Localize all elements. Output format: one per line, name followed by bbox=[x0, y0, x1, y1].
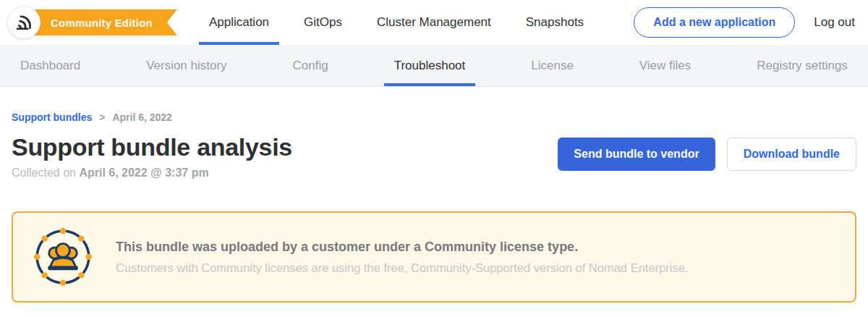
tab-gitops[interactable]: GitOps bbox=[302, 0, 344, 45]
add-new-application-button[interactable]: Add a new application bbox=[634, 7, 795, 38]
community-people-icon bbox=[32, 226, 94, 288]
breadcrumb-current: April 6, 2022 bbox=[112, 111, 172, 123]
page-header-row: Support bundle analysis Collected on Apr… bbox=[12, 133, 856, 179]
replicated-logo-glyph bbox=[13, 12, 35, 33]
subnav-dashboard-label: Dashboard bbox=[20, 59, 80, 73]
collected-on-text: Collected on April 6, 2022 @ 3:37 pm bbox=[12, 166, 292, 179]
community-license-notice: This bundle was uploaded by a customer u… bbox=[12, 211, 856, 303]
page-title: Support bundle analysis bbox=[12, 133, 292, 161]
page-header-text: Support bundle analysis Collected on Apr… bbox=[12, 133, 292, 179]
app-subnav: Dashboard Version history Config Trouble… bbox=[0, 45, 868, 87]
collected-date: April 6, 2022 @ 3:37 pm bbox=[79, 166, 208, 179]
subnav-item-view-files[interactable]: View files bbox=[635, 45, 696, 86]
breadcrumb-separator: > bbox=[99, 111, 105, 123]
community-edition-badge: Community Edition bbox=[27, 9, 177, 35]
notice-text: This bundle was uploaded by a customer u… bbox=[116, 240, 688, 275]
tab-application[interactable]: Application bbox=[208, 0, 271, 45]
top-right-actions: Add a new application Log out bbox=[634, 7, 855, 38]
subnav-config-label: Config bbox=[293, 59, 328, 73]
bundle-actions: Send bundle to vendor Download bundle bbox=[558, 138, 856, 171]
subnav-item-config[interactable]: Config bbox=[289, 45, 333, 86]
subnav-item-registry-settings[interactable]: Registry settings bbox=[752, 45, 852, 86]
primary-tabs: Application GitOps Cluster Management Sn… bbox=[208, 0, 585, 45]
notice-body: Customers with Community licenses are us… bbox=[116, 261, 688, 275]
tab-gitops-label: GitOps bbox=[304, 15, 342, 30]
subnav-license-label: License bbox=[531, 59, 574, 73]
send-bundle-to-vendor-button[interactable]: Send bundle to vendor bbox=[558, 138, 715, 171]
subnav-item-version-history[interactable]: Version history bbox=[142, 45, 231, 86]
subnav-version-history-label: Version history bbox=[146, 59, 227, 73]
tab-snapshots[interactable]: Snapshots bbox=[524, 0, 585, 45]
subnav-registry-settings-label: Registry settings bbox=[757, 59, 848, 73]
tab-cluster-management[interactable]: Cluster Management bbox=[375, 0, 493, 45]
brand: Community Edition bbox=[7, 6, 177, 39]
subnav-item-dashboard[interactable]: Dashboard bbox=[16, 45, 85, 86]
active-subnav-underline bbox=[384, 83, 476, 86]
tab-cluster-management-label: Cluster Management bbox=[377, 15, 491, 30]
tab-snapshots-label: Snapshots bbox=[526, 15, 584, 30]
tab-application-label: Application bbox=[209, 15, 269, 30]
notice-heading: This bundle was uploaded by a customer u… bbox=[116, 240, 688, 255]
top-navbar: Community Edition Application GitOps Clu… bbox=[0, 0, 868, 45]
replicated-logo-icon[interactable] bbox=[7, 6, 41, 39]
subnav-troubleshoot-label: Troubleshoot bbox=[394, 59, 466, 73]
subnav-item-license[interactable]: License bbox=[527, 45, 578, 86]
subnav-view-files-label: View files bbox=[639, 59, 692, 73]
download-bundle-button[interactable]: Download bundle bbox=[727, 138, 856, 171]
collected-prefix: Collected on bbox=[12, 166, 79, 179]
subnav-item-troubleshoot[interactable]: Troubleshoot bbox=[390, 45, 470, 86]
breadcrumb: Support bundles > April 6, 2022 bbox=[12, 111, 856, 123]
breadcrumb-support-bundles-link[interactable]: Support bundles bbox=[12, 111, 92, 123]
main-content: Support bundles > April 6, 2022 Support … bbox=[0, 111, 868, 303]
logout-link[interactable]: Log out bbox=[814, 15, 855, 30]
